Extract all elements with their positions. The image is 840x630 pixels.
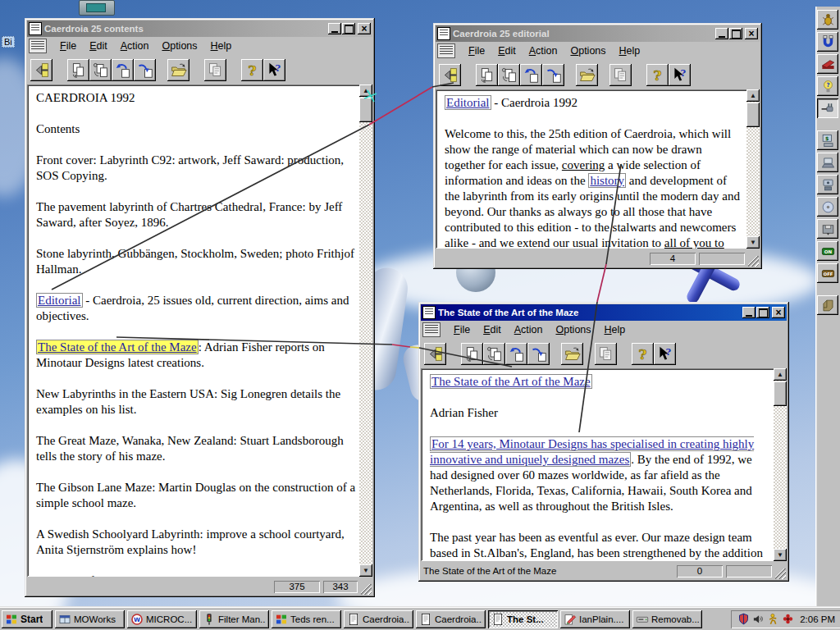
jump-next-button[interactable] — [542, 64, 564, 86]
copy-button[interactable] — [595, 343, 617, 365]
menu-file[interactable]: File — [449, 323, 475, 336]
hyperlink[interactable]: The State of the Art of the Maze — [36, 340, 199, 354]
scroll-thumb[interactable] — [774, 381, 787, 406]
disk-icon[interactable] — [817, 219, 838, 239]
clock[interactable]: 2:06 PM — [800, 614, 835, 624]
vertical-scrollbar[interactable]: ▲ ▼ — [774, 368, 787, 561]
desktop-icon-label[interactable]: Bi — [2, 36, 15, 48]
resize-grip[interactable] — [775, 568, 786, 579]
cd-icon[interactable] — [817, 197, 838, 217]
context-help-button[interactable] — [263, 59, 285, 81]
back-button[interactable] — [30, 59, 52, 81]
close-button[interactable]: × — [358, 23, 371, 34]
menu-action[interactable]: Action — [524, 44, 563, 57]
taskbar-task-moworks[interactable]: MOWorks — [55, 610, 125, 628]
open-file-button[interactable] — [561, 343, 583, 365]
taskbar-task-the-st[interactable]: The St... — [488, 610, 558, 628]
plug-icon[interactable] — [817, 98, 838, 118]
power-off-icon[interactable] — [817, 263, 838, 283]
lightbulb-help-icon[interactable] — [817, 76, 838, 96]
menu-file[interactable]: File — [55, 39, 81, 52]
finance-pc-icon[interactable] — [817, 130, 838, 150]
bug-icon[interactable] — [817, 10, 838, 30]
search-pages-button[interactable] — [498, 64, 520, 86]
copy-button[interactable] — [609, 64, 632, 86]
context-help-button[interactable] — [654, 343, 676, 365]
jump-next-button[interactable] — [134, 59, 156, 81]
open-file-button[interactable] — [167, 59, 189, 81]
menu-edit[interactable]: Edit — [478, 323, 506, 336]
menu-options[interactable]: Options — [157, 39, 202, 52]
bag-icon[interactable] — [817, 295, 838, 315]
scroll-up-button[interactable]: ▲ — [359, 84, 372, 97]
taskbar-task-microc[interactable]: MICROC... — [127, 610, 197, 628]
resize-grip[interactable] — [748, 256, 759, 267]
scroll-thumb[interactable] — [359, 98, 372, 122]
taskbar-task-teds-ren[interactable]: Teds ren... — [272, 610, 341, 628]
context-help-button[interactable] — [669, 64, 691, 86]
show-pages-button[interactable] — [461, 343, 483, 365]
taskbar-task-ianplain[interactable]: IanPlain.... — [560, 610, 630, 628]
menu-action[interactable]: Action — [116, 39, 154, 52]
power-on-icon[interactable] — [817, 241, 838, 261]
start-button[interactable]: Start — [2, 610, 52, 628]
titlebar[interactable]: Caerdroia 25 contents × — [27, 21, 372, 37]
taskbar-task-caerdroia[interactable]: Caerdroia... — [416, 610, 486, 628]
gadget-icon[interactable] — [817, 175, 838, 194]
titlebar[interactable]: The State of the Art of the Maze × — [421, 304, 787, 321]
jump-previous-button[interactable] — [520, 64, 542, 86]
minimize-button[interactable] — [328, 23, 341, 34]
help-button[interactable] — [646, 64, 669, 86]
menu-help[interactable]: Help — [600, 323, 631, 336]
scroll-thumb[interactable] — [746, 103, 760, 127]
help-button[interactable] — [241, 59, 263, 81]
resize-grip[interactable] — [361, 584, 372, 595]
show-pages-button[interactable] — [476, 64, 498, 86]
taskbar-task-removab[interactable]: Removab... — [632, 610, 702, 628]
minimize-button[interactable] — [715, 28, 728, 39]
titlebar[interactable]: Caerdroia 25 editorial × — [436, 25, 760, 42]
scroll-up-button[interactable]: ▲ — [774, 368, 787, 381]
back-button[interactable] — [424, 343, 446, 365]
open-file-button[interactable] — [576, 64, 598, 86]
menu-edit[interactable]: Edit — [84, 39, 112, 52]
laptop-icon[interactable] — [817, 153, 838, 172]
menu-action[interactable]: Action — [509, 323, 548, 336]
scroll-down-button[interactable]: ▼ — [746, 236, 760, 249]
messenger-icon[interactable] — [767, 613, 779, 625]
search-pages-button[interactable] — [483, 343, 505, 365]
hyperlink[interactable]: Editorial — [36, 293, 83, 308]
vertical-scrollbar[interactable]: ▲ ▼ — [746, 89, 760, 249]
scroll-down-button[interactable]: ▼ — [774, 549, 787, 561]
volume-icon[interactable] — [752, 613, 765, 625]
menu-help[interactable]: Help — [206, 39, 237, 52]
search-pages-button[interactable] — [89, 59, 112, 81]
taskbar-task-filter-man[interactable]: Filter Man... — [199, 610, 269, 628]
help-button[interactable] — [632, 343, 654, 365]
shield-icon[interactable] — [737, 613, 750, 625]
minimize-button[interactable] — [742, 307, 756, 318]
hyperlink[interactable]: history — [588, 173, 626, 188]
close-button[interactable]: × — [772, 307, 785, 318]
back-button[interactable] — [439, 64, 461, 86]
jump-next-button[interactable] — [527, 343, 550, 365]
maximize-button[interactable] — [729, 28, 742, 39]
scroll-up-button[interactable]: ▲ — [746, 89, 760, 102]
menu-options[interactable]: Options — [565, 44, 610, 57]
taskbar-task-caerdroia[interactable]: Caerdroia... — [344, 610, 413, 628]
scroll-down-button[interactable]: ▼ — [359, 564, 372, 577]
partial-desktop-icon[interactable] — [79, 0, 115, 16]
magnet-icon[interactable] — [817, 32, 838, 52]
copy-button[interactable] — [204, 59, 226, 81]
maximize-button[interactable] — [342, 23, 355, 34]
close-button[interactable]: × — [745, 28, 758, 39]
hyperlink[interactable]: Editorial — [445, 95, 491, 110]
menu-options[interactable]: Options — [550, 323, 596, 336]
hyperlink[interactable]: The State of the Art of the Maze — [430, 374, 592, 389]
virus-scanner-icon[interactable] — [782, 613, 794, 625]
menu-edit[interactable]: Edit — [493, 44, 521, 57]
menu-file[interactable]: File — [463, 44, 490, 57]
maximize-button[interactable] — [756, 307, 769, 318]
menu-help[interactable]: Help — [614, 44, 646, 57]
show-pages-button[interactable] — [67, 59, 89, 81]
